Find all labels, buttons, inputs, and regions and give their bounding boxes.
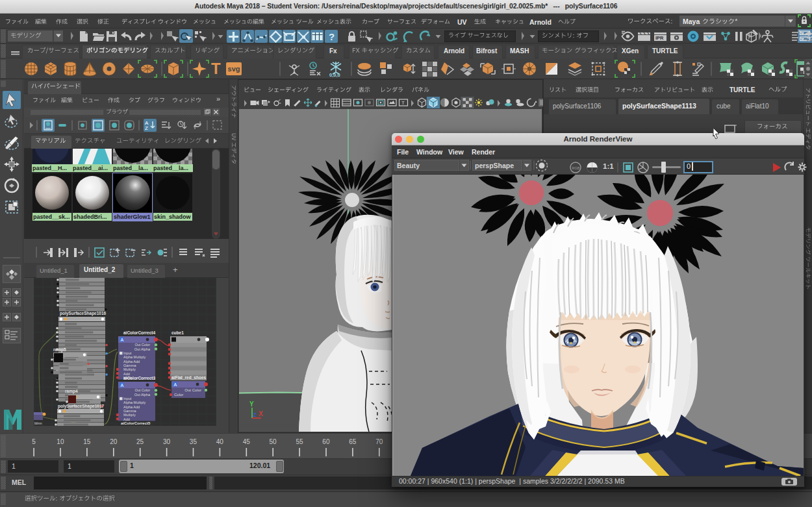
svg-text:50: 50: [270, 438, 277, 445]
svg-text:70: 70: [375, 438, 383, 445]
svg-text:60: 60: [322, 438, 330, 445]
svg-text:A: A: [121, 383, 124, 388]
svg-text:Y: Y: [249, 401, 254, 408]
svg-text:Add: Add: [123, 372, 130, 376]
svg-text:ramp5: ramp5: [53, 347, 66, 352]
svg-text:65: 65: [349, 438, 357, 445]
svg-text:cube1: cube1: [171, 330, 184, 335]
svg-text:Alpha Add: Alpha Add: [123, 405, 140, 409]
svg-text:55: 55: [296, 438, 303, 445]
svg-text:Color: Color: [174, 393, 183, 397]
svg-text:Out Color: Out Color: [134, 388, 150, 392]
svg-text:Multiply: Multiply: [123, 413, 136, 417]
svg-text:X: X: [259, 410, 263, 417]
svg-text:Alpha Add: Alpha Add: [123, 360, 140, 364]
svg-text:Gamma: Gamma: [123, 409, 137, 413]
svg-text:Alpha Multiply: Alpha Multiply: [123, 401, 146, 404]
svg-text:RGB: RGB: [572, 166, 580, 170]
svg-text:A: A: [121, 338, 124, 342]
svg-text:Input: Input: [123, 351, 132, 355]
svg-text:aiColorCorrect3: aiColorCorrect3: [123, 376, 156, 380]
svg-text:5: 5: [32, 438, 36, 445]
svg-text:0,0,0: 0,0,0: [329, 72, 340, 77]
svg-text:T: T: [401, 100, 405, 106]
svg-text:45: 45: [243, 438, 251, 445]
svg-text:35: 35: [190, 438, 197, 445]
svg-text:Out Color: Out Color: [184, 388, 201, 392]
svg-text:polySurfaceShape1017: polySurfaceShape1017: [58, 404, 105, 409]
svg-text:40: 40: [216, 438, 224, 445]
svg-text:Gamma: Gamma: [123, 364, 137, 367]
svg-text:IPR: IPR: [655, 35, 664, 41]
svg-text:Alpha Multiply: Alpha Multiply: [123, 355, 146, 359]
svg-text:aiColorCorrect4: aiColorCorrect4: [123, 330, 156, 335]
svg-text:25: 25: [136, 438, 144, 445]
svg-text:10: 10: [57, 438, 64, 445]
svg-text:blinn: blinn: [34, 421, 42, 425]
svg-text:Input: Input: [123, 397, 132, 401]
svg-text:ramp4: ramp4: [65, 389, 78, 394]
svg-text:20: 20: [110, 438, 118, 445]
svg-text:Z: Z: [145, 125, 148, 131]
svg-text:15: 15: [83, 438, 91, 445]
svg-text:Multiply: Multiply: [123, 367, 136, 371]
svg-text:Add: Add: [123, 417, 130, 421]
svg-text:Z: Z: [253, 412, 257, 418]
svg-text:aiFlat_red_shoes: aiFlat_red_shoes: [171, 375, 206, 380]
svg-text:Out Alpha: Out Alpha: [134, 347, 151, 351]
svg-text:30: 30: [163, 438, 171, 445]
svg-text:polySurfaceShape1016: polySurfaceShape1016: [60, 311, 107, 316]
svg-text:Out Color: Out Color: [134, 343, 150, 347]
svg-text:?: ?: [329, 31, 335, 42]
svg-text:Out Alpha: Out Alpha: [134, 393, 151, 397]
svg-text:aiColorCorrect5: aiColorCorrect5: [121, 421, 151, 425]
svg-text:A: A: [174, 382, 177, 387]
